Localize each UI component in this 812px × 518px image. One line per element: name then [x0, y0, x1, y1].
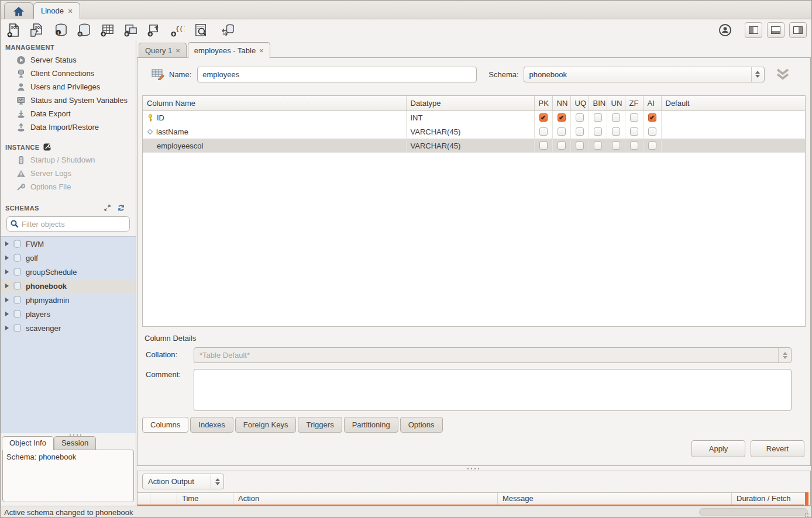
schema-filter-input[interactable] [22, 220, 126, 229]
sidebar-item-startup-shutdown[interactable]: Startup / Shutdown [1, 153, 136, 167]
checkbox-un[interactable] [612, 113, 620, 122]
checkbox-nn[interactable] [558, 127, 566, 136]
expander-icon[interactable] [5, 284, 9, 288]
database-info-icon[interactable]: i [52, 22, 68, 38]
col-header-ai[interactable]: AI [643, 96, 661, 110]
output-col-time[interactable]: Time [177, 493, 233, 505]
checkbox-nn[interactable] [558, 113, 566, 122]
expander-icon[interactable] [5, 326, 9, 330]
column-default[interactable] [661, 110, 805, 125]
col-header-nn[interactable]: NN [552, 96, 570, 110]
col-header-uq[interactable]: UQ [570, 96, 589, 110]
data-sync-icon[interactable] [219, 22, 236, 38]
revert-button[interactable]: Revert [751, 440, 804, 457]
tab-query-1[interactable]: Query 1 × [139, 43, 187, 58]
col-header-datatype[interactable]: Datatype [406, 96, 534, 110]
sidebar-item-options-file[interactable]: Options File [1, 180, 136, 194]
comment-textarea[interactable] [194, 369, 792, 411]
col-header-default[interactable]: Default [661, 96, 805, 110]
checkbox-un[interactable] [612, 127, 620, 136]
sidebar-item-server-status[interactable]: Server Status [1, 53, 136, 67]
new-view-icon[interactable] [122, 22, 139, 38]
expander-icon[interactable] [5, 255, 9, 260]
sidebar-item-users-privileges[interactable]: Users and Privileges [1, 80, 136, 94]
open-sql-script-icon[interactable]: SQL [29, 22, 45, 38]
output-scrollbar[interactable] [805, 492, 808, 507]
schema-item-golf[interactable]: golf [1, 251, 136, 265]
checkbox-un[interactable] [612, 141, 620, 150]
checkbox-uq[interactable] [576, 141, 584, 150]
new-sql-tab-icon[interactable]: SQL [5, 22, 22, 38]
new-schema-icon[interactable] [75, 22, 92, 38]
subtab-triggers[interactable]: Triggers [298, 417, 342, 433]
checkbox-uq[interactable] [576, 113, 584, 122]
col-header-un[interactable]: UN [607, 96, 625, 110]
checkbox-ai[interactable] [648, 127, 656, 136]
schema-select[interactable]: phonebook [524, 67, 765, 82]
checkbox-pk[interactable] [539, 141, 548, 150]
checkbox-uq[interactable] [576, 127, 584, 136]
new-procedure-icon[interactable] [146, 22, 162, 38]
checkbox-pk[interactable] [539, 113, 548, 122]
output-col-duration[interactable]: Duration / Fetch [732, 493, 807, 505]
horizontal-splitter[interactable] [137, 466, 811, 471]
collation-select[interactable]: *Table Default* [194, 347, 792, 363]
new-function-icon[interactable]: {()} [169, 22, 185, 38]
toggle-bottom-panel-button[interactable] [767, 22, 785, 38]
sidebar-item-data-export[interactable]: Data Export [1, 107, 136, 120]
schema-item-groupschedule[interactable]: groupSchedule [1, 265, 136, 279]
checkbox-bin[interactable] [594, 127, 602, 136]
checkbox-bin[interactable] [594, 141, 602, 150]
column-default[interactable] [661, 139, 805, 153]
checkbox-ai[interactable] [648, 141, 656, 150]
sidebar-item-client-connections[interactable]: Client Connections [1, 67, 136, 80]
action-output-select[interactable]: Action Output [142, 474, 224, 489]
column-default[interactable] [661, 125, 805, 139]
connection-tab[interactable]: Linode × [33, 2, 80, 19]
column-row-lastname[interactable]: lastName VARCHAR(45) [143, 125, 805, 139]
sidebar-item-status-system-variables[interactable]: Status and System Variables [1, 94, 136, 107]
sidebar-item-server-logs[interactable]: Server Logs [1, 167, 136, 180]
col-header-pk[interactable]: PK [534, 96, 552, 110]
sidebar-item-data-import[interactable]: Data Import/Restore [1, 120, 136, 134]
expander-icon[interactable] [5, 312, 9, 316]
tab-object-info[interactable]: Object Info [2, 436, 54, 450]
apply-button[interactable]: Apply [691, 440, 745, 457]
resize-grip-icon[interactable] [804, 513, 810, 517]
collapse-header-icon[interactable] [775, 68, 790, 81]
checkbox-nn[interactable] [558, 141, 566, 150]
col-header-zf[interactable]: ZF [625, 96, 643, 110]
output-col-action[interactable]: Action [233, 493, 498, 505]
refresh-schemas-icon[interactable] [117, 204, 125, 212]
horizontal-scrollbar[interactable] [699, 508, 808, 516]
subtab-foreign-keys[interactable]: Foreign Keys [235, 417, 297, 433]
subtab-indexes[interactable]: Indexes [190, 417, 233, 433]
checkbox-zf[interactable] [630, 141, 638, 150]
close-icon[interactable]: × [176, 46, 180, 55]
column-row-employeescol[interactable]: employeescol VARCHAR(45) [143, 139, 805, 153]
new-table-icon[interactable] [99, 22, 115, 38]
home-tab[interactable] [4, 2, 33, 19]
schema-item-phonebook[interactable]: phonebook [1, 279, 136, 293]
expander-icon[interactable] [5, 270, 9, 274]
expand-schemas-icon[interactable] [104, 204, 111, 212]
toggle-right-panel-button[interactable] [789, 22, 807, 38]
checkbox-zf[interactable] [630, 113, 638, 122]
column-row-id[interactable]: ID INT [143, 110, 805, 125]
subtab-options[interactable]: Options [400, 417, 443, 433]
col-header-bin[interactable]: BIN [589, 96, 607, 110]
table-name-input[interactable] [197, 67, 477, 82]
tab-session[interactable]: Session [54, 436, 96, 450]
schema-item-players[interactable]: players [1, 307, 136, 321]
output-col-message[interactable]: Message [498, 493, 732, 505]
checkbox-ai[interactable] [648, 113, 656, 122]
tab-employees-table[interactable]: employees - Table × [188, 42, 270, 58]
schema-item-phpmyadmin[interactable]: phpmyadmin [1, 293, 136, 307]
subtab-columns[interactable]: Columns [142, 417, 188, 433]
checkbox-pk[interactable] [539, 127, 548, 136]
col-header-name[interactable]: Column Name [143, 96, 406, 110]
panel-splitter-grip[interactable] [68, 434, 82, 436]
toggle-left-panel-button[interactable] [745, 22, 762, 38]
schema-item-fwm[interactable]: FWM [1, 237, 136, 251]
expander-icon[interactable] [5, 298, 9, 302]
